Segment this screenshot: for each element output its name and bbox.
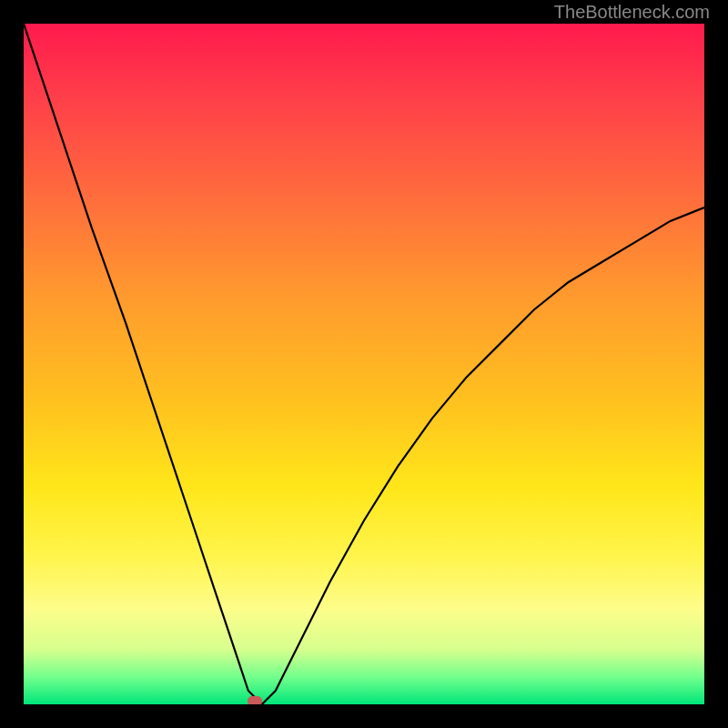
watermark-text: TheBottleneck.com <box>554 2 710 23</box>
chart-frame <box>0 0 728 728</box>
